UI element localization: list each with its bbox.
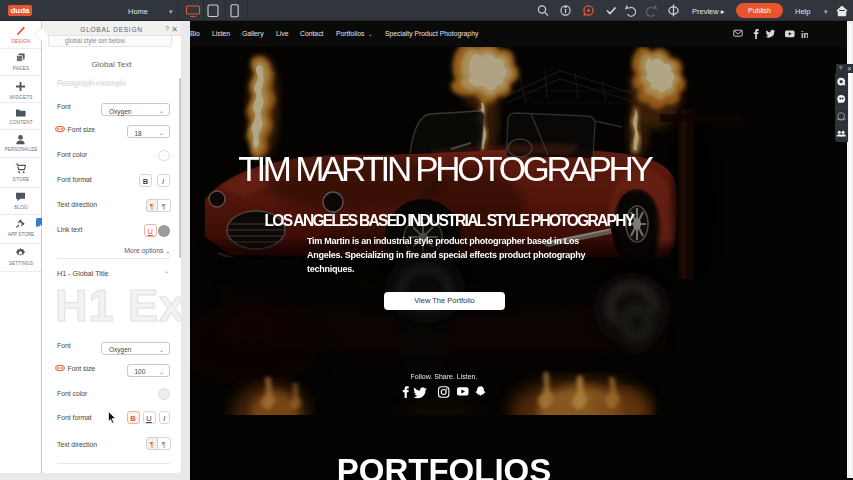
svg-text:in: in <box>801 30 808 40</box>
